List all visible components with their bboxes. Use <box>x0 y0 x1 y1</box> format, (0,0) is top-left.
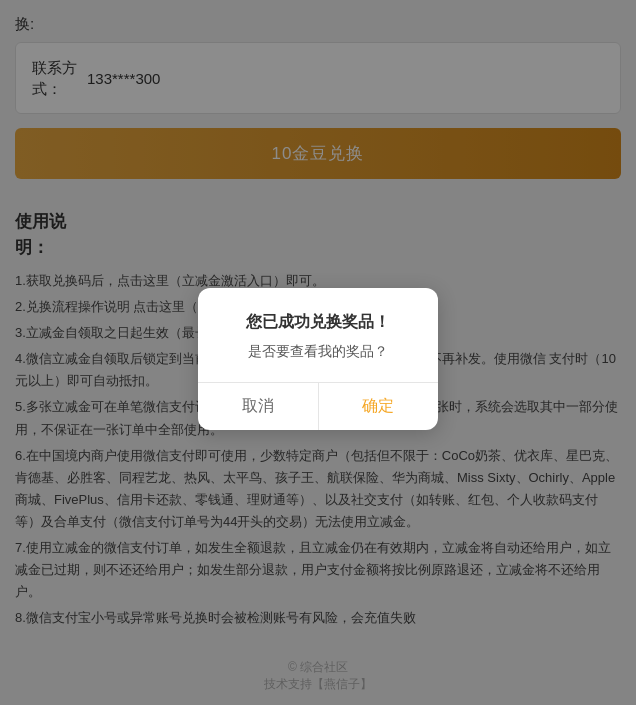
dialog-title: 您已成功兑换奖品！ <box>218 312 418 333</box>
dialog: 您已成功兑换奖品！ 是否要查看我的奖品？ 取消 确定 <box>198 288 438 430</box>
page-container: 换: 联系方 式： 133****300 10金豆兑换 使用说 明： 1.获取兑… <box>0 0 636 705</box>
dialog-body: 您已成功兑换奖品！ 是否要查看我的奖品？ <box>198 288 438 382</box>
dialog-cancel-button[interactable]: 取消 <box>198 383 319 430</box>
dialog-message: 是否要查看我的奖品？ <box>218 341 418 362</box>
overlay: 您已成功兑换奖品！ 是否要查看我的奖品？ 取消 确定 <box>0 0 636 705</box>
dialog-confirm-button[interactable]: 确定 <box>319 383 439 430</box>
dialog-actions: 取消 确定 <box>198 382 438 430</box>
